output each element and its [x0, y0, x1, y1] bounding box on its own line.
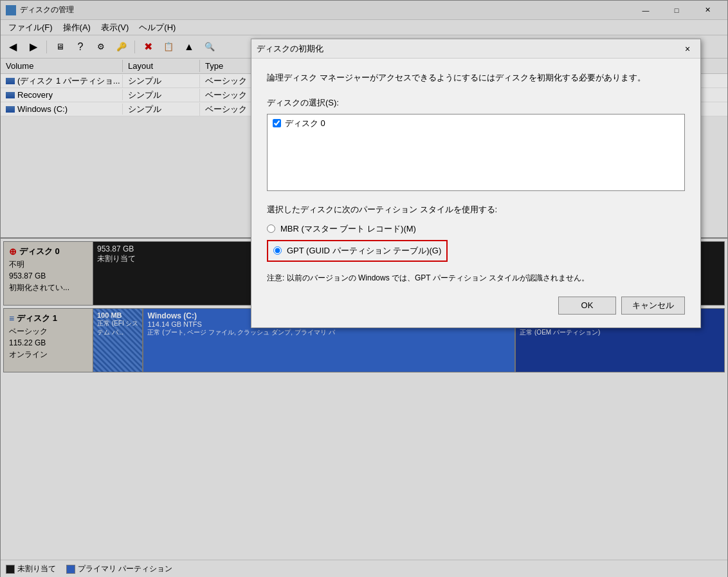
dialog-close-button[interactable]: × — [680, 41, 695, 57]
initialize-disk-dialog: ディスクの初期化 × 論理ディスク マネージャーがアクセスできるようにするにはデ… — [251, 39, 701, 328]
cancel-button[interactable]: キャンセル — [621, 297, 685, 315]
disk0-checkbox[interactable] — [273, 119, 281, 127]
dialog-note: 注意: 以前のバージョンの Windows では、GPT パーティション スタイ… — [267, 272, 685, 284]
mbr-label: MBR (マスター ブート レコード)(M) — [280, 223, 416, 235]
dialog-buttons: OK キャンセル — [267, 297, 685, 315]
ok-button[interactable]: OK — [558, 297, 616, 315]
dialog-title: ディスクの初期化 — [257, 43, 323, 55]
gpt-label: GPT (GUID パーティション テーブル)(G) — [287, 245, 441, 257]
dialog-description: 論理ディスク マネージャーがアクセスできるようにするにはディスクを初期化する必要… — [267, 71, 685, 84]
disk-listbox-item-0[interactable]: ディスク 0 — [269, 116, 683, 131]
disk0-label: ディスク 0 — [285, 118, 325, 129]
mbr-radio[interactable] — [267, 224, 275, 233]
gpt-radio-container: GPT (GUID パーティション テーブル)(G) — [267, 240, 685, 262]
mbr-radio-item: MBR (マスター ブート レコード)(M) — [267, 223, 685, 235]
dialog-body: 論理ディスク マネージャーがアクセスできるようにするにはディスクを初期化する必要… — [251, 59, 700, 327]
dialog-title-bar: ディスクの初期化 × — [251, 39, 700, 59]
disk-select-label: ディスクの選択(S): — [267, 97, 685, 109]
radio-group: MBR (マスター ブート レコード)(M) GPT (GUID パーティション… — [267, 223, 685, 262]
gpt-radio-box: GPT (GUID パーティション テーブル)(G) — [267, 240, 448, 262]
disk-listbox[interactable]: ディスク 0 — [267, 114, 685, 191]
gpt-radio[interactable] — [273, 246, 282, 255]
partition-style-label: 選択したディスクに次のパーティション スタイルを使用する: — [267, 204, 685, 215]
